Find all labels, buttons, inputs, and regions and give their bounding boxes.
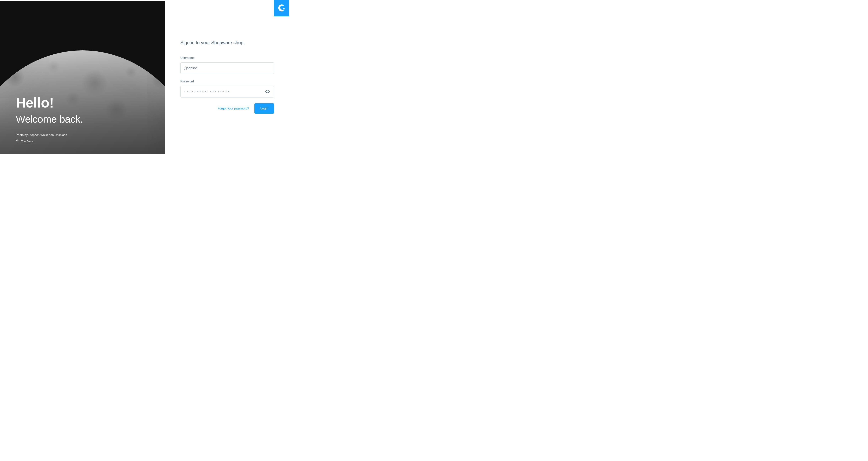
form-heading: Sign in to your Shopware shop. [180,40,274,46]
password-field-group: Password [180,80,274,97]
form-actions: Forgot your password? Login [180,103,274,114]
password-input[interactable] [180,86,274,97]
login-panel: Sign in to your Shopware shop. Username … [165,0,289,154]
location-pin-icon [16,139,19,143]
toggle-password-visibility-button[interactable] [264,88,271,95]
hero-title: Hello! [16,95,154,110]
brand-badge [274,0,289,17]
username-field-group: Username [180,56,274,74]
shopware-logo-icon [278,4,286,13]
forgot-password-link[interactable]: Forgot your password? [218,107,249,110]
login-button[interactable]: Login [254,103,274,114]
eye-icon [265,89,270,94]
password-label: Password [180,80,274,83]
hero-content: Hello! Welcome back. Photo by Stephen Wa… [16,95,154,143]
login-form: Sign in to your Shopware shop. Username … [180,40,274,114]
username-input[interactable] [180,62,274,74]
svg-point-0 [17,140,18,141]
svg-point-2 [267,91,268,92]
username-label: Username [180,56,274,60]
location-text: The Moon [21,140,34,143]
photo-location: The Moon [16,139,154,143]
hero-subtitle: Welcome back. [16,114,154,125]
svg-point-1 [283,8,285,9]
hero-panel: Hello! Welcome back. Photo by Stephen Wa… [0,1,165,154]
photo-credit: Photo by Stephen Walker on Unsplash [16,133,154,137]
